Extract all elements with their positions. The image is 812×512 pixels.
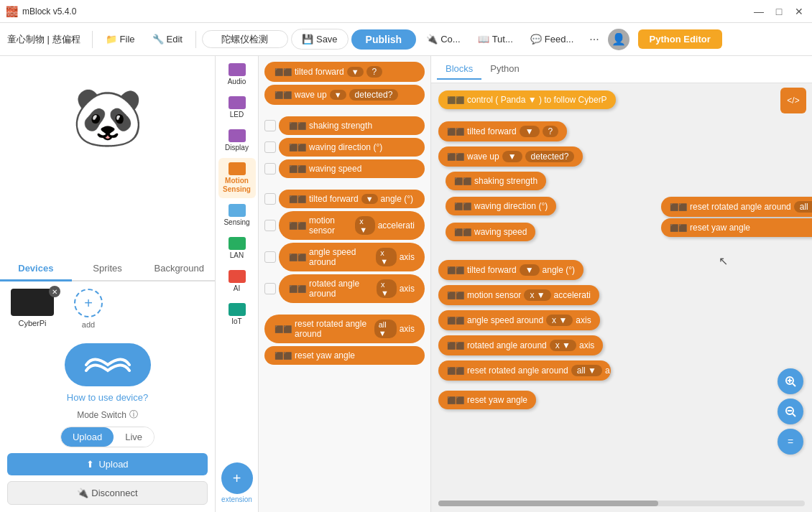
zoom-out-button[interactable]: [778, 399, 803, 424]
block-cat-display[interactable]: Display: [218, 125, 256, 157]
canvas-tab-blocks[interactable]: Blocks: [437, 59, 481, 80]
block-item-shaking-strength[interactable]: ⬛⬛ shaking strength: [264, 116, 425, 135]
block-cat-led[interactable]: LED: [218, 92, 256, 124]
project-name-input[interactable]: [202, 30, 288, 48]
waving-speed-checkbox[interactable]: [264, 163, 276, 174]
control-block-pill[interactable]: ⬛⬛ control ( Panda ▼ ) to follow CyberP: [438, 90, 616, 109]
canvas-block-shaking-strength[interactable]: ⬛⬛ shaking strength: [446, 172, 546, 190]
block-cat-lan[interactable]: LAN: [218, 233, 256, 264]
block-item-rotated-angle[interactable]: ⬛⬛ rotated angle around x ▼ axis: [264, 274, 425, 303]
python-editor-button[interactable]: Python Editor: [638, 29, 722, 49]
canvas-block-reset-rotated-list[interactable]: ⬛⬛ reset rotated angle around all ▼ a: [438, 360, 611, 381]
block-item-tilted-forward[interactable]: ⬛⬛ tilted forward ▼ ?: [264, 62, 425, 82]
angle-speed-checkbox[interactable]: [264, 251, 276, 263]
disconnect-button[interactable]: 🔌 Disconnect: [7, 481, 208, 505]
upload-mode-button[interactable]: Upload: [61, 427, 114, 447]
shaking-strength-canvas-block[interactable]: ⬛⬛ shaking strength: [446, 172, 546, 190]
tilted-forward-angle-block[interactable]: ⬛⬛ tilted forward ▼ angle (°): [279, 190, 425, 208]
tutorial-button[interactable]: 📖 Tut...: [471, 29, 520, 49]
block-item-wave-up[interactable]: ⬛⬛ wave up ▼ detected?: [264, 85, 425, 105]
block-cat-motion[interactable]: Motion Sensing: [218, 158, 256, 198]
connect-button[interactable]: 🔌 Co...: [419, 29, 467, 49]
canvas-block-angle-speed[interactable]: ⬛⬛ angle speed around x ▼ axis: [438, 310, 600, 330]
waving-speed-block[interactable]: ⬛⬛ waving speed: [279, 159, 425, 178]
block-item-waving-direction[interactable]: ⬛⬛ waving direction (°): [264, 138, 425, 157]
user-avatar[interactable]: 👤: [608, 29, 629, 50]
tab-background[interactable]: Background: [143, 257, 215, 281]
maximize-button[interactable]: □: [772, 4, 786, 19]
motion-sensor-dropdown[interactable]: x ▼: [355, 216, 375, 235]
extension-button[interactable]: +: [221, 462, 253, 494]
motion-sensor-canvas-block[interactable]: ⬛⬛ motion sensor x ▼ accelerati: [438, 285, 599, 305]
wave-up-canvas-block[interactable]: ⬛⬛ wave up ▼ detected?: [438, 146, 583, 167]
angle-speed-dd-canvas[interactable]: x ▼: [546, 315, 573, 326]
angle-speed-block[interactable]: ⬛⬛ angle speed around x ▼ axis: [279, 243, 425, 271]
block-item-reset-rotated[interactable]: ⬛⬛ reset rotated angle around all ▼ axis: [264, 315, 425, 343]
block-item-reset-yaw[interactable]: ⬛⬛ reset yaw angle: [264, 346, 425, 365]
canvas-block-wave-up[interactable]: ⬛⬛ wave up ▼ detected?: [438, 146, 583, 167]
upload-action-button[interactable]: ⬆ Upload: [7, 453, 208, 475]
code-expand-button[interactable]: </>: [780, 88, 806, 113]
rotated-angle-block[interactable]: ⬛⬛ rotated angle around x ▼ axis: [279, 274, 425, 303]
reset-rotated-list-block[interactable]: ⬛⬛ reset rotated angle around all ▼ a: [438, 360, 611, 381]
motion-sensor-block[interactable]: ⬛⬛ motion sensor x ▼ accelerati: [279, 211, 425, 240]
wave-up-block[interactable]: ⬛⬛ wave up ▼ detected?: [264, 85, 425, 105]
publish-button[interactable]: Publish: [351, 29, 417, 50]
rotated-angle-checkbox[interactable]: [264, 283, 276, 294]
tilted-forward-canvas-block[interactable]: ⬛⬛ tilted forward ▼ ?: [438, 121, 567, 141]
canvas-block-tilted-forward-angle[interactable]: ⬛⬛ tilted forward ▼ angle (°): [438, 260, 583, 280]
waving-direction-canvas-block[interactable]: ⬛⬛ waving direction (°): [446, 197, 556, 215]
shaking-strength-checkbox[interactable]: [264, 120, 276, 131]
live-mode-button[interactable]: Live: [114, 427, 154, 447]
block-cat-sensing[interactable]: Sensing: [218, 200, 256, 231]
canvas-scrollbar-thumb[interactable]: [438, 501, 658, 506]
canvas-scrollbar[interactable]: [438, 501, 805, 506]
reset-rotated-block[interactable]: ⬛⬛ reset rotated angle around all ▼ axis: [264, 315, 425, 343]
close-button[interactable]: ✕: [792, 4, 806, 19]
canvas-block-waving-speed[interactable]: ⬛⬛ waving speed: [446, 223, 535, 241]
motion-sensor-dd-canvas[interactable]: x ▼: [524, 289, 550, 301]
block-cat-iot[interactable]: IoT: [218, 299, 256, 330]
wave-up-dd[interactable]: ▼: [502, 151, 522, 162]
zoom-reset-button[interactable]: =: [778, 429, 803, 455]
zoom-in-button[interactable]: [778, 368, 803, 394]
canvas-block-tilted-forward[interactable]: ⬛⬛ tilted forward ▼ ?: [438, 121, 567, 141]
add-device-button[interactable]: +: [74, 289, 103, 317]
canvas-block-rotated-angle[interactable]: ⬛⬛ rotated angle around x ▼ axis: [438, 335, 603, 355]
rotated-angle-canvas-block[interactable]: ⬛⬛ rotated angle around x ▼ axis: [438, 335, 603, 355]
block-item-motion-sensor[interactable]: ⬛⬛ motion sensor x ▼ accelerati: [264, 211, 425, 240]
reset-rotated-dropdown[interactable]: all ▼: [374, 320, 397, 338]
reset-yaw-list-block[interactable]: ⬛⬛ reset yaw angle: [438, 391, 536, 409]
waving-speed-canvas-block[interactable]: ⬛⬛ waving speed: [446, 223, 535, 241]
tilted-forward-block[interactable]: ⬛⬛ tilted forward ▼ ?: [264, 62, 425, 82]
feedback-button[interactable]: 💬 Feed...: [523, 29, 581, 49]
more-button[interactable]: ···: [583, 29, 604, 50]
edit-menu[interactable]: 🔧 Edit: [145, 29, 190, 49]
cyberpi-device-card[interactable]: ✕ CyberPi: [7, 289, 57, 329]
canvas-control-block[interactable]: ⬛⬛ control ( Panda ▼ ) to follow CyberP: [438, 90, 616, 109]
tilted-forward-angle-dropdown[interactable]: ▼: [361, 194, 378, 204]
how-to-use-link[interactable]: How to use device?: [67, 392, 148, 403]
save-button[interactable]: 💾 Save: [291, 29, 349, 50]
file-menu[interactable]: 📁 File: [98, 29, 142, 49]
tab-devices[interactable]: Devices: [0, 257, 72, 281]
floating-reset-rotated-dd[interactable]: all ▼: [794, 201, 812, 213]
rotated-angle-dropdown[interactable]: x ▼: [377, 279, 397, 298]
canvas-block-motion-sensor[interactable]: ⬛⬛ motion sensor x ▼ accelerati: [438, 285, 599, 305]
device-close-button[interactable]: ✕: [49, 286, 60, 297]
rotated-angle-dd-canvas[interactable]: x ▼: [550, 340, 576, 351]
waving-direction-block[interactable]: ⬛⬛ waving direction (°): [279, 138, 425, 157]
motion-sensor-checkbox[interactable]: [264, 220, 276, 231]
tilted-forward-angle-dd-canvas[interactable]: ▼: [520, 264, 540, 276]
wave-up-dropdown[interactable]: ▼: [330, 90, 346, 100]
floating-reset-rotated-block[interactable]: ⬛⬛ reset rotated angle around all ▼ axis: [661, 197, 812, 217]
canvas-tab-python[interactable]: Python: [481, 59, 527, 80]
angle-speed-canvas-block[interactable]: ⬛⬛ angle speed around x ▼ axis: [438, 310, 600, 330]
minimize-button[interactable]: —: [752, 4, 766, 19]
canvas-block-waving-direction[interactable]: ⬛⬛ waving direction (°): [446, 197, 556, 215]
block-cat-audio[interactable]: Audio: [218, 59, 256, 90]
shaking-strength-block[interactable]: ⬛⬛ shaking strength: [279, 116, 425, 135]
tilted-forward-dropdown[interactable]: ▼: [347, 67, 364, 77]
floating-reset-yaw-block[interactable]: ⬛⬛ reset yaw angle: [661, 218, 812, 237]
tilted-forward-dd[interactable]: ▼: [520, 126, 540, 137]
